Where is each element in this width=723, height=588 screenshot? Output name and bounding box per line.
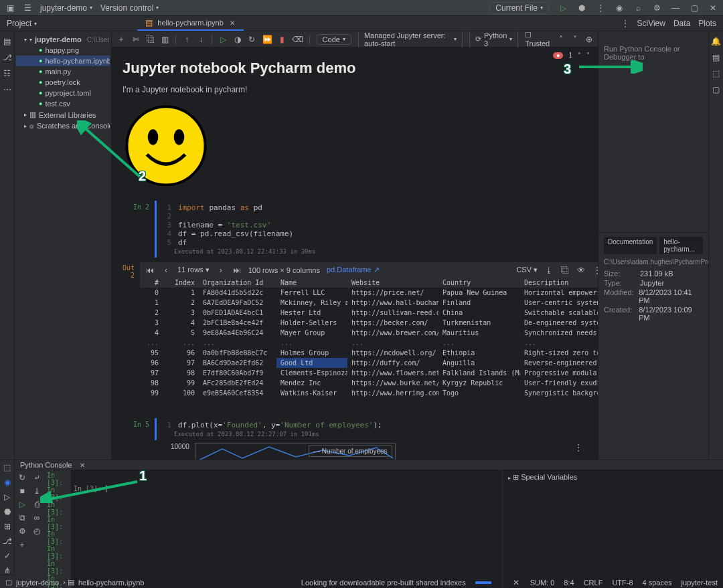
debug-cell-icon[interactable]: ◑ — [234, 35, 242, 44]
maximize-icon[interactable]: ▢ — [690, 3, 699, 13]
console-input[interactable]: In [3]: — [71, 470, 502, 588]
rerun-icon[interactable]: ↻ — [17, 473, 27, 482]
clear-icon[interactable]: ⌫ — [293, 35, 303, 44]
jupyter-server-dropdown[interactable]: Managed Jupyter server: auto-start ▾ — [358, 31, 463, 49]
restart-icon[interactable]: ↻ — [248, 35, 256, 44]
close-tab-icon[interactable]: ✕ — [228, 18, 237, 27]
python-icon[interactable]: ◉ — [3, 478, 12, 487]
table-row[interactable]: 01FAB0d41d5b5d22cFerrell LLChttps://pric… — [140, 288, 598, 298]
tree-file[interactable]: ● pyproject.toml — [16, 88, 110, 98]
table-row[interactable]: 9899AFc285dbE2fEd24Mendez Inchttps://www… — [140, 378, 598, 388]
tree-file[interactable]: ● hello-pycharm.ipynb — [16, 56, 110, 66]
export-dropdown[interactable]: CSV ▾ — [516, 266, 538, 274]
tree-file[interactable]: ● main.py — [16, 66, 110, 77]
table-row[interactable]: 342bFC1Be8a4ce42fHolder-Sellershttps://b… — [140, 318, 598, 328]
rows-dropdown[interactable]: 11 rows ▾ — [177, 266, 210, 274]
git-icon[interactable]: ⎇ — [3, 536, 12, 546]
status-close-icon[interactable]: ✕ — [511, 578, 521, 587]
status-encoding[interactable]: UTF-8 — [612, 579, 633, 587]
table-row[interactable]: 95960a0bfFbB8eB8eC7cHolmes Grouphttps://… — [140, 348, 598, 358]
todo-icon[interactable]: ✓ — [3, 551, 12, 561]
status-separator[interactable]: CRLF — [584, 579, 603, 587]
plot-code-cell[interactable]: In 5 1df.plot(x='Founded', y='Number of … — [123, 418, 587, 440]
more-tools-icon[interactable]: ⋯ — [3, 85, 12, 94]
dataframe-table[interactable]: #IndexOrganization IdNameWebsiteCountryD… — [140, 278, 598, 398]
tab-more-icon[interactable]: ⋮ — [621, 19, 630, 28]
table-row[interactable]: 9697BA6Cd9Dae2Efd62Good Ltdhttp://duffy.… — [140, 358, 598, 368]
code-cell[interactable]: In 2 1import pandas as pd23filename = 't… — [123, 201, 587, 258]
tree-file[interactable]: ● happy.png — [16, 45, 110, 56]
editor-tab[interactable]: ▤ hello-pycharm.ipynb ✕ — [137, 16, 243, 31]
code-block[interactable]: 1import pandas as pd23filename = 'test.c… — [155, 201, 587, 258]
run-tool-icon[interactable]: ▷ — [3, 492, 12, 502]
doc-tab-documentation[interactable]: Documentation — [604, 237, 657, 254]
scroll-icon[interactable]: ⤓ — [32, 486, 42, 496]
settings-icon[interactable]: ⚙ — [652, 3, 661, 13]
tree-scratches[interactable]: ▸ ⌾ Scratches and Consoles — [16, 120, 110, 131]
run-config-dropdown[interactable]: Current File ▾ — [489, 2, 549, 14]
folder-icon[interactable]: ▤ — [3, 37, 12, 46]
run-all-icon[interactable]: ⏩ — [262, 35, 272, 44]
services-icon[interactable]: ⊞ — [3, 522, 12, 531]
vcs-dropdown[interactable]: Version control ▾ — [100, 3, 159, 13]
cell-type-dropdown[interactable]: Code ▾ — [317, 34, 351, 45]
structure-icon[interactable]: ☷ — [3, 69, 12, 78]
table-row[interactable]: 9798E7df80C60Abd7f9Clements-Espinozahttp… — [140, 368, 598, 378]
project-tree[interactable]: ▾ ▾ jupyter-demoC:\Users\ada ● happy.png… — [15, 31, 112, 460]
problems-icon[interactable]: ⬣ — [3, 507, 12, 516]
df-header[interactable]: Description — [520, 278, 598, 288]
clock-icon[interactable]: ◴ — [32, 526, 42, 536]
sciview-icon[interactable]: ⬚ — [712, 69, 721, 78]
console-history[interactable]: In [3]:In [3]:In [3]:In [3]:In [3]:In [3… — [44, 470, 71, 588]
interpreter-dropdown[interactable]: ⟳ Python 3 ▾ — [469, 31, 518, 49]
download-icon[interactable]: ⭳ — [544, 266, 554, 275]
table-row[interactable]: 459eE8A6a4Eb96C24Mayer Grouphttp://www.b… — [140, 328, 598, 338]
status-indent[interactable]: 4 spaces — [643, 579, 672, 587]
copy-df-icon[interactable]: ⿻ — [560, 266, 570, 275]
collapse-up-icon[interactable]: ˄ — [558, 35, 565, 44]
tree-ext-libs[interactable]: ▸ ▥ External Libraries — [16, 109, 110, 120]
move-down-icon[interactable]: ↓ — [197, 35, 206, 44]
more-icon[interactable]: ⋮ — [596, 3, 605, 13]
collapse-down-icon[interactable]: ˅ — [571, 35, 578, 44]
prev-page-icon[interactable]: ‹ — [161, 266, 171, 275]
project-dropdown[interactable]: jupyter-demo ▾ — [40, 3, 92, 13]
doc-tab-file[interactable]: hello-pycharm... — [659, 237, 703, 254]
new-console-icon[interactable]: ＋ — [17, 540, 27, 549]
clipboard-icon[interactable]: ▢ — [712, 85, 721, 94]
history-icon[interactable]: ∞ — [32, 513, 42, 522]
soft-wrap-icon[interactable]: ⤶ — [32, 473, 42, 482]
user-icon[interactable]: ◉ — [615, 3, 624, 13]
right-tab-data[interactable]: Data — [673, 19, 690, 28]
tree-file[interactable]: ● poetry.lock — [16, 77, 110, 88]
close-console-icon[interactable]: ✕ — [78, 460, 87, 470]
status-interpreter[interactable]: jupyter-test — [681, 579, 718, 587]
database-icon[interactable]: ▤ — [712, 53, 721, 62]
settings-console-icon[interactable]: ⚙ — [17, 526, 27, 536]
terminal-icon[interactable]: ⬚ — [3, 463, 12, 472]
globe-icon[interactable]: ⊕ — [585, 35, 592, 44]
exec-icon[interactable]: ▷ — [17, 500, 27, 509]
minimize-icon[interactable]: — — [671, 3, 680, 13]
df-header[interactable]: Country — [438, 278, 520, 288]
last-page-icon[interactable]: ⏭ — [232, 266, 242, 275]
cut-icon[interactable]: ✄ — [132, 35, 140, 44]
trusted-checkbox[interactable]: ☐ Trusted — [525, 31, 550, 47]
first-page-icon[interactable]: ⏮ — [145, 266, 155, 275]
hamburger-icon[interactable]: ☰ — [23, 3, 32, 13]
right-tab-plots[interactable]: Plots — [698, 19, 716, 28]
vcs-tool-icon[interactable]: ⋔ — [3, 566, 12, 575]
table-row[interactable]: 126A7EdDEA9FaDC52Mckinney, Riley and Day… — [140, 298, 598, 308]
table-row[interactable]: ..................... — [140, 338, 598, 348]
debug-icon[interactable]: ⬢ — [577, 3, 586, 13]
problems-widget[interactable]: ●1 ˄˅ — [553, 52, 590, 59]
move-up-icon[interactable]: ↑ — [183, 35, 191, 44]
df-header[interactable]: # — [140, 278, 163, 288]
df-header[interactable]: Website — [347, 278, 438, 288]
next-page-icon[interactable]: › — [216, 266, 226, 275]
right-tab-sciview[interactable]: SciView — [637, 19, 665, 28]
close-icon[interactable]: ✕ — [708, 3, 718, 13]
df-header[interactable]: Name — [276, 278, 347, 288]
plot-more-icon[interactable]: ⋮ — [574, 443, 583, 452]
copy-icon[interactable]: ⿻ — [147, 35, 155, 44]
